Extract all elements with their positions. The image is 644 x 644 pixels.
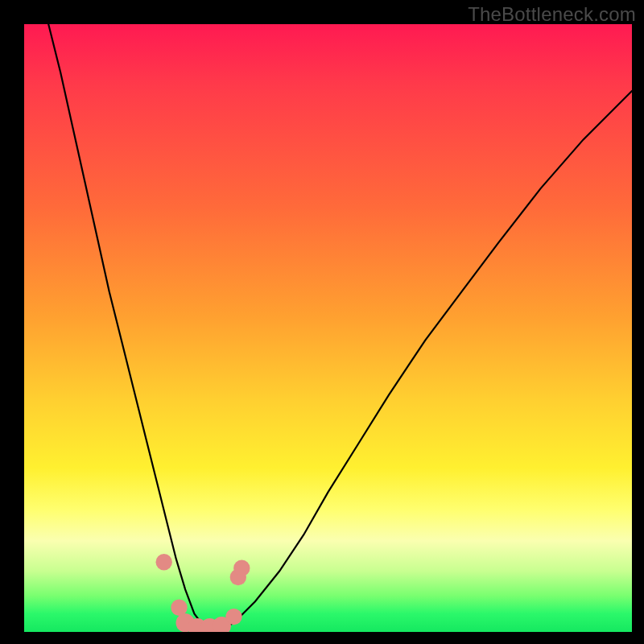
data-marker [156,554,172,570]
plot-area [24,24,632,632]
data-marker [225,609,242,625]
curve-layer [24,24,632,632]
data-marker [230,569,246,585]
data-marker [213,617,231,632]
chart-frame: TheBottleneck.com [0,0,644,644]
data-marker [233,560,250,576]
data-marker [176,613,195,632]
data-marker [188,618,207,632]
marker-group [156,554,250,632]
watermark-text: TheBottleneck.com [468,3,636,26]
data-marker [171,600,187,616]
data-marker [200,618,219,632]
v-curve-path [48,24,632,632]
